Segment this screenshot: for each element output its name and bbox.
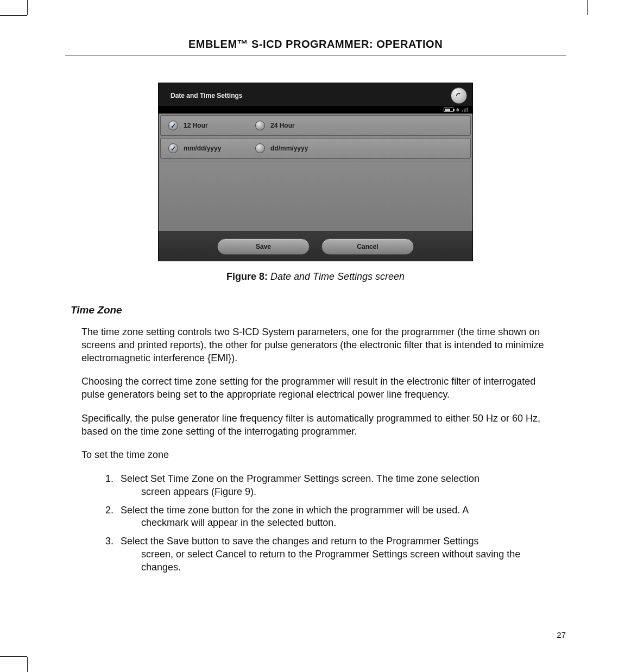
steps-list: Select Set Time Zone on the Programmer S… (103, 473, 544, 574)
wand-icon[interactable] (451, 87, 467, 104)
list-item: Select Set Time Zone on the Programmer S… (116, 473, 544, 499)
option-mmddyyyy[interactable]: mm/dd/yyyy (161, 143, 248, 153)
device-body: 12 Hour 24 Hour mm/dd/yyyy dd/mm/yyyy (159, 114, 472, 231)
list-item: Select the time zone button for the zone… (116, 504, 544, 530)
option-ddmmyyyy[interactable]: dd/mm/yyyy (248, 143, 470, 153)
option-label: dd/mm/yyyy (270, 145, 308, 152)
step-text: Select the Save button to save the chang… (121, 536, 478, 547)
figure-label: Figure 8: (226, 271, 268, 282)
crop-mark (0, 15, 27, 16)
device-titlebar: Date and Time Settings (159, 83, 472, 106)
device-title: Date and Time Settings (171, 92, 242, 99)
option-24-hour[interactable]: 24 Hour (248, 121, 470, 130)
crop-mark (27, 0, 28, 15)
paragraph: The time zone setting controls two S-ICD… (81, 326, 550, 365)
radio-checked-icon (168, 121, 178, 130)
option-12-hour[interactable]: 12 Hour (161, 121, 248, 130)
radio-unchecked-icon (255, 143, 265, 153)
battery-icon (444, 108, 453, 112)
save-button[interactable]: Save (217, 238, 310, 255)
paragraph: Choosing the correct time zone setting f… (81, 375, 550, 401)
radio-checked-icon (168, 143, 178, 153)
date-format-row: mm/dd/yyyy dd/mm/yyyy (160, 138, 471, 159)
option-label: 12 Hour (184, 122, 208, 129)
section-heading-time-zone: Time Zone (71, 304, 566, 316)
step-text-cont: screen, or select Cancel to return to th… (121, 548, 544, 574)
figure-caption-text: Date and Time Settings screen (270, 271, 405, 282)
option-label: mm/dd/yyyy (184, 145, 221, 152)
crop-mark (27, 657, 28, 672)
paragraph: To set the time zone (81, 449, 550, 462)
time-format-row: 12 Hour 24 Hour (160, 115, 471, 136)
signal-icon (462, 108, 468, 112)
step-text: Select Set Time Zone on the Programmer S… (121, 473, 479, 484)
list-item: Select the Save button to save the chang… (116, 535, 544, 574)
empty-area (160, 161, 471, 231)
paragraph: Specifically, the pulse generator line f… (81, 412, 550, 438)
wifi-icon: ⋔ (456, 108, 460, 112)
device-footer: Save Cancel (159, 231, 472, 261)
step-text-cont: checkmark will appear in the selected bu… (121, 517, 544, 530)
page: EMBLEM™ S-ICD PROGRAMMER: OPERATION Date… (0, 0, 631, 672)
running-head: EMBLEM™ S-ICD PROGRAMMER: OPERATION (65, 38, 566, 55)
figure-caption: Figure 8: Date and Time Settings screen (65, 271, 566, 282)
radio-unchecked-icon (255, 121, 265, 130)
page-number: 27 (557, 630, 566, 639)
crop-mark (587, 0, 588, 15)
cancel-button[interactable]: Cancel (321, 238, 414, 255)
device-statusbar: ⋔ (159, 106, 472, 114)
device-screenshot: Date and Time Settings ⋔ 12 Hour 24 Hour (158, 83, 473, 261)
crop-mark (0, 656, 27, 657)
option-label: 24 Hour (270, 122, 295, 129)
step-text-cont: screen appears (Figure 9). (121, 486, 544, 499)
body-text: The time zone setting controls two S-ICD… (65, 326, 566, 574)
step-text: Select the time zone button for the zone… (121, 505, 469, 516)
